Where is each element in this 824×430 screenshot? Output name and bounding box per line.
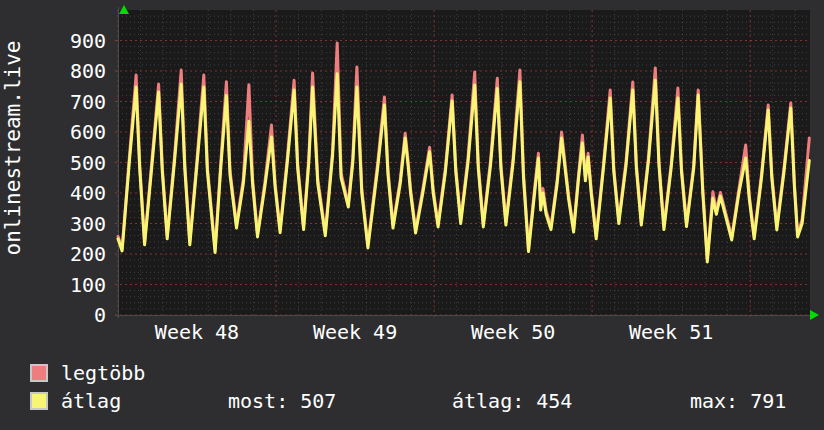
stat-maximum: max: 791 xyxy=(690,389,786,413)
legend-item-atlag: átlag xyxy=(30,389,121,413)
monitoring-graph: onlinestream.live 0100200300400500600700… xyxy=(0,0,824,430)
legend-label-atlag: átlag xyxy=(61,389,121,413)
y-tick-label: 700 xyxy=(24,91,106,113)
x-axis-week-label: Week 51 xyxy=(629,320,713,344)
y-tick-label: 600 xyxy=(24,121,106,143)
stat-average: átlag: 454 xyxy=(452,389,572,413)
x-axis-week-label: Week 50 xyxy=(471,320,555,344)
legend-swatch-legtobb xyxy=(30,364,48,382)
y-tick-label: 900 xyxy=(24,30,106,52)
y-tick-label: 0 xyxy=(24,304,106,326)
legend-item-legtobb: legtöbb xyxy=(30,361,145,385)
y-axis-title: onlinestream.live xyxy=(0,0,26,298)
x-axis-week-label: Week 48 xyxy=(155,320,239,344)
x-axis-arrow-icon xyxy=(810,310,819,320)
y-tick-label: 300 xyxy=(24,213,106,235)
legend-swatch-atlag xyxy=(30,392,48,410)
y-tick-label: 400 xyxy=(24,182,106,204)
y-axis-arrow-icon xyxy=(119,5,129,14)
legend-label-legtobb: legtöbb xyxy=(61,361,145,385)
stat-current: most: 507 xyxy=(228,389,336,413)
x-axis-week-label: Week 49 xyxy=(313,320,397,344)
y-tick-label: 100 xyxy=(24,274,106,296)
y-tick-label: 200 xyxy=(24,243,106,265)
y-tick-label: 500 xyxy=(24,152,106,174)
y-tick-label: 800 xyxy=(24,60,106,82)
